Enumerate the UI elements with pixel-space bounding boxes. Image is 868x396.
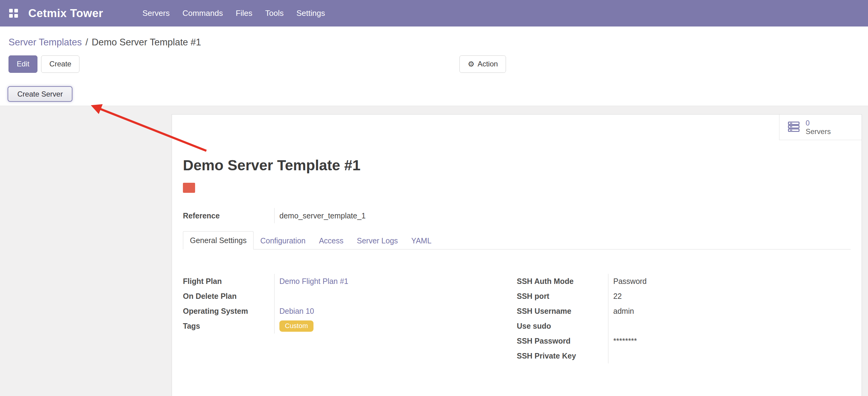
main-menu: Servers Commands Files Tools Settings (137, 5, 331, 22)
action-button-label: Action (477, 60, 498, 68)
field-label-ssh-auth-mode: SSH Auth Mode (517, 277, 608, 286)
tab-configuration[interactable]: Configuration (253, 232, 312, 250)
nav-item-files[interactable]: Files (230, 5, 258, 22)
field-label-ssh-private-key: SSH Private Key (517, 351, 608, 360)
tab-access[interactable]: Access (312, 232, 350, 250)
top-nav: Cetmix Tower Servers Commands Files Tool… (0, 0, 868, 27)
servers-count: 0 (806, 119, 831, 127)
ssh-username-value: admin (608, 304, 851, 319)
field-label-operating-system: Operating System (183, 307, 274, 316)
reference-value: demo_server_template_1 (274, 208, 851, 223)
apps-grid-icon[interactable] (9, 9, 18, 18)
use-sudo-value (608, 319, 851, 334)
record-title: Demo Server Template #1 (183, 157, 851, 174)
tab-general-settings[interactable]: General Settings (183, 231, 253, 250)
field-label-flight-plan: Flight Plan (183, 277, 274, 286)
ssh-port-value: 22 (608, 289, 851, 304)
field-label-use-sudo: Use sudo (517, 322, 608, 331)
ssh-password-value: ******** (608, 334, 851, 348)
content-area: 0 Servers Demo Server Template #1 Refere… (0, 106, 868, 396)
color-swatch[interactable] (183, 183, 195, 193)
flight-plan-link[interactable]: Demo Flight Plan #1 (279, 277, 348, 286)
tab-server-logs[interactable]: Server Logs (350, 232, 405, 250)
field-label-ssh-password: SSH Password (517, 337, 608, 345)
notebook-tabs: General Settings Configuration Access Se… (183, 231, 851, 250)
operating-system-link[interactable]: Debian 10 (279, 307, 314, 316)
field-label-tags: Tags (183, 322, 274, 331)
nav-item-settings[interactable]: Settings (291, 5, 331, 22)
servers-stat-text: 0 Servers (806, 119, 831, 136)
field-group-left: Flight Plan Demo Flight Plan #1 On Delet… (183, 274, 517, 363)
field-label-on-delete-plan: On Delete Plan (183, 292, 274, 301)
edit-button[interactable]: Edit (8, 55, 37, 73)
page: Cetmix Tower Servers Commands Files Tool… (0, 0, 868, 396)
field-group-right: SSH Auth Mode Password SSH port 22 SSH U… (517, 274, 851, 363)
field-groups: Flight Plan Demo Flight Plan #1 On Delet… (183, 274, 851, 363)
breadcrumb-separator: / (86, 37, 88, 48)
breadcrumb-current: Demo Server Template #1 (92, 37, 201, 48)
create-server-button[interactable]: Create Server (8, 86, 72, 102)
breadcrumb-link-server-templates[interactable]: Server Templates (8, 37, 82, 48)
create-button[interactable]: Create (41, 55, 80, 73)
field-label-ssh-port: SSH port (517, 292, 608, 301)
brand-title[interactable]: Cetmix Tower (28, 7, 103, 20)
field-label-ssh-username: SSH Username (517, 307, 608, 316)
servers-icon (787, 120, 801, 134)
nav-item-servers[interactable]: Servers (137, 5, 176, 22)
ssh-auth-mode-value: Password (608, 274, 851, 289)
gear-icon: ⚙ (468, 60, 474, 68)
form-toolbar: Edit Create ⚙ Action (0, 55, 868, 73)
nav-item-tools[interactable]: Tools (259, 5, 289, 22)
on-delete-plan-value (274, 289, 517, 304)
sheet-body: Demo Server Template #1 Reference demo_s… (172, 157, 862, 363)
reference-row: Reference demo_server_template_1 (183, 208, 851, 223)
breadcrumb: Server Templates / Demo Server Template … (0, 27, 868, 51)
form-sheet: 0 Servers Demo Server Template #1 Refere… (172, 114, 862, 396)
action-button[interactable]: ⚙ Action (460, 55, 506, 73)
status-bar: Create Server (0, 86, 868, 106)
servers-count-label: Servers (806, 127, 831, 136)
ssh-private-key-value (608, 348, 851, 363)
servers-stat-button[interactable]: 0 Servers (779, 115, 862, 140)
nav-item-commands[interactable]: Commands (177, 5, 228, 22)
reference-label: Reference (183, 211, 274, 220)
tab-yaml[interactable]: YAML (404, 232, 438, 250)
tag-custom: Custom (279, 320, 313, 332)
